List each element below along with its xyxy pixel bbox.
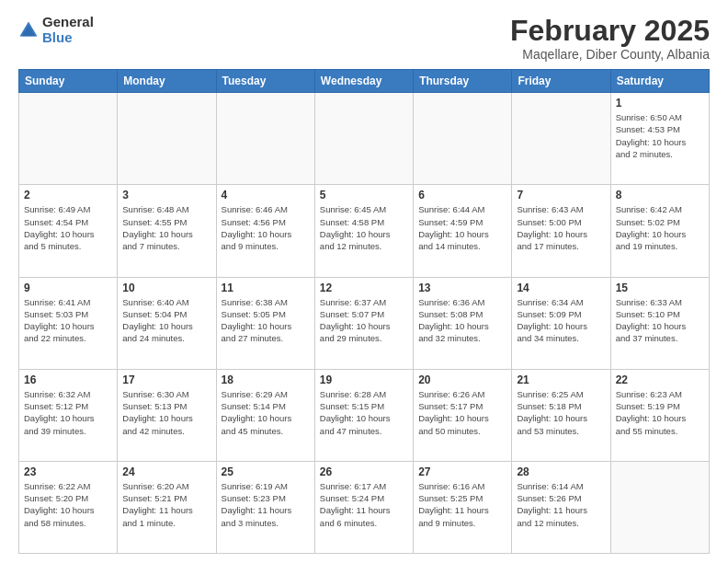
calendar-cell: 17Sunrise: 6:30 AM Sunset: 5:13 PM Dayli… bbox=[118, 369, 216, 461]
location: Maqellare, Diber County, Albania bbox=[510, 47, 710, 62]
day-info: Sunrise: 6:50 AM Sunset: 4:53 PM Dayligh… bbox=[616, 111, 704, 160]
calendar-cell: 23Sunrise: 6:22 AM Sunset: 5:20 PM Dayli… bbox=[19, 461, 118, 553]
calendar-cell: 24Sunrise: 6:20 AM Sunset: 5:21 PM Dayli… bbox=[118, 461, 216, 553]
header-sunday: Sunday bbox=[19, 70, 118, 93]
day-info: Sunrise: 6:22 AM Sunset: 5:20 PM Dayligh… bbox=[24, 480, 112, 529]
calendar-cell: 21Sunrise: 6:25 AM Sunset: 5:18 PM Dayli… bbox=[512, 369, 610, 461]
day-number: 6 bbox=[418, 189, 506, 201]
day-info: Sunrise: 6:38 AM Sunset: 5:05 PM Dayligh… bbox=[222, 296, 310, 345]
day-info: Sunrise: 6:30 AM Sunset: 5:13 PM Dayligh… bbox=[122, 388, 210, 437]
calendar-cell: 15Sunrise: 6:33 AM Sunset: 5:10 PM Dayli… bbox=[610, 277, 709, 369]
day-info: Sunrise: 6:20 AM Sunset: 5:21 PM Dayligh… bbox=[122, 480, 210, 529]
day-number: 22 bbox=[616, 373, 704, 386]
day-info: Sunrise: 6:28 AM Sunset: 5:15 PM Dayligh… bbox=[320, 388, 408, 437]
header-thursday: Thursday bbox=[414, 70, 512, 93]
day-number: 3 bbox=[122, 189, 210, 201]
day-info: Sunrise: 6:40 AM Sunset: 5:04 PM Dayligh… bbox=[122, 296, 210, 345]
calendar-cell: 16Sunrise: 6:32 AM Sunset: 5:12 PM Dayli… bbox=[19, 369, 118, 461]
calendar-cell: 10Sunrise: 6:40 AM Sunset: 5:04 PM Dayli… bbox=[118, 277, 216, 369]
header: General Blue February 2025 Maqellare, Di… bbox=[18, 15, 710, 62]
calendar-cell bbox=[610, 461, 709, 553]
day-info: Sunrise: 6:49 AM Sunset: 4:54 PM Dayligh… bbox=[24, 203, 112, 252]
day-number: 26 bbox=[320, 465, 408, 478]
page: General Blue February 2025 Maqellare, Di… bbox=[0, 0, 728, 563]
day-number: 10 bbox=[122, 282, 210, 294]
header-tuesday: Tuesday bbox=[216, 70, 314, 93]
header-wednesday: Wednesday bbox=[314, 70, 413, 93]
day-info: Sunrise: 6:44 AM Sunset: 4:59 PM Dayligh… bbox=[418, 203, 506, 252]
calendar-cell: 27Sunrise: 6:16 AM Sunset: 5:25 PM Dayli… bbox=[414, 461, 512, 553]
day-number: 11 bbox=[222, 282, 310, 294]
day-number: 9 bbox=[24, 282, 112, 294]
day-info: Sunrise: 6:29 AM Sunset: 5:14 PM Dayligh… bbox=[222, 388, 310, 437]
day-info: Sunrise: 6:23 AM Sunset: 5:19 PM Dayligh… bbox=[616, 388, 704, 437]
calendar-cell: 5Sunrise: 6:45 AM Sunset: 4:58 PM Daylig… bbox=[314, 185, 413, 277]
day-info: Sunrise: 6:25 AM Sunset: 5:18 PM Dayligh… bbox=[517, 388, 605, 437]
calendar-cell: 2Sunrise: 6:49 AM Sunset: 4:54 PM Daylig… bbox=[19, 185, 118, 277]
calendar-header-row: Sunday Monday Tuesday Wednesday Thursday… bbox=[19, 70, 710, 93]
calendar-week-5: 23Sunrise: 6:22 AM Sunset: 5:20 PM Dayli… bbox=[19, 461, 710, 553]
day-info: Sunrise: 6:16 AM Sunset: 5:25 PM Dayligh… bbox=[418, 480, 506, 529]
logo: General Blue bbox=[18, 15, 94, 45]
calendar-week-2: 2Sunrise: 6:49 AM Sunset: 4:54 PM Daylig… bbox=[19, 185, 710, 277]
logo-text: General Blue bbox=[42, 15, 94, 45]
month-title: February 2025 bbox=[510, 15, 710, 47]
calendar-cell: 1Sunrise: 6:50 AM Sunset: 4:53 PM Daylig… bbox=[610, 93, 709, 185]
day-number: 14 bbox=[517, 282, 605, 294]
day-number: 21 bbox=[517, 373, 605, 386]
calendar-cell: 11Sunrise: 6:38 AM Sunset: 5:05 PM Dayli… bbox=[216, 277, 314, 369]
day-number: 13 bbox=[418, 282, 506, 294]
calendar-cell: 3Sunrise: 6:48 AM Sunset: 4:55 PM Daylig… bbox=[118, 185, 216, 277]
day-info: Sunrise: 6:14 AM Sunset: 5:26 PM Dayligh… bbox=[517, 480, 605, 529]
calendar-cell: 12Sunrise: 6:37 AM Sunset: 5:07 PM Dayli… bbox=[314, 277, 413, 369]
day-info: Sunrise: 6:43 AM Sunset: 5:00 PM Dayligh… bbox=[517, 203, 605, 252]
day-number: 23 bbox=[24, 465, 112, 478]
calendar-week-3: 9Sunrise: 6:41 AM Sunset: 5:03 PM Daylig… bbox=[19, 277, 710, 369]
header-monday: Monday bbox=[118, 70, 216, 93]
calendar-cell bbox=[512, 93, 610, 185]
day-info: Sunrise: 6:46 AM Sunset: 4:56 PM Dayligh… bbox=[222, 203, 310, 252]
day-info: Sunrise: 6:26 AM Sunset: 5:17 PM Dayligh… bbox=[418, 388, 506, 437]
day-number: 7 bbox=[517, 189, 605, 201]
calendar-week-1: 1Sunrise: 6:50 AM Sunset: 4:53 PM Daylig… bbox=[19, 93, 710, 185]
calendar-cell: 20Sunrise: 6:26 AM Sunset: 5:17 PM Dayli… bbox=[414, 369, 512, 461]
header-saturday: Saturday bbox=[610, 70, 709, 93]
day-number: 5 bbox=[320, 189, 408, 201]
calendar-table: Sunday Monday Tuesday Wednesday Thursday… bbox=[18, 69, 710, 554]
day-number: 16 bbox=[24, 373, 112, 386]
calendar-cell: 22Sunrise: 6:23 AM Sunset: 5:19 PM Dayli… bbox=[610, 369, 709, 461]
calendar-cell: 4Sunrise: 6:46 AM Sunset: 4:56 PM Daylig… bbox=[216, 185, 314, 277]
calendar-cell: 9Sunrise: 6:41 AM Sunset: 5:03 PM Daylig… bbox=[19, 277, 118, 369]
header-friday: Friday bbox=[512, 70, 610, 93]
day-number: 18 bbox=[222, 373, 310, 386]
day-number: 24 bbox=[122, 465, 210, 478]
day-info: Sunrise: 6:19 AM Sunset: 5:23 PM Dayligh… bbox=[222, 480, 310, 529]
day-info: Sunrise: 6:34 AM Sunset: 5:09 PM Dayligh… bbox=[517, 296, 605, 345]
day-info: Sunrise: 6:36 AM Sunset: 5:08 PM Dayligh… bbox=[418, 296, 506, 345]
day-number: 25 bbox=[222, 465, 310, 478]
day-number: 17 bbox=[122, 373, 210, 386]
day-info: Sunrise: 6:42 AM Sunset: 5:02 PM Dayligh… bbox=[616, 203, 704, 252]
calendar-cell: 28Sunrise: 6:14 AM Sunset: 5:26 PM Dayli… bbox=[512, 461, 610, 553]
title-area: February 2025 Maqellare, Diber County, A… bbox=[510, 15, 710, 62]
day-number: 8 bbox=[616, 189, 704, 201]
calendar-cell bbox=[19, 93, 118, 185]
day-number: 27 bbox=[418, 465, 506, 478]
day-number: 28 bbox=[517, 465, 605, 478]
day-number: 15 bbox=[616, 282, 704, 294]
calendar-cell: 6Sunrise: 6:44 AM Sunset: 4:59 PM Daylig… bbox=[414, 185, 512, 277]
day-info: Sunrise: 6:32 AM Sunset: 5:12 PM Dayligh… bbox=[24, 388, 112, 437]
day-number: 2 bbox=[24, 189, 112, 201]
calendar-cell bbox=[314, 93, 413, 185]
day-info: Sunrise: 6:33 AM Sunset: 5:10 PM Dayligh… bbox=[616, 296, 704, 345]
day-info: Sunrise: 6:37 AM Sunset: 5:07 PM Dayligh… bbox=[320, 296, 408, 345]
calendar-week-4: 16Sunrise: 6:32 AM Sunset: 5:12 PM Dayli… bbox=[19, 369, 710, 461]
calendar-cell: 19Sunrise: 6:28 AM Sunset: 5:15 PM Dayli… bbox=[314, 369, 413, 461]
calendar-cell: 7Sunrise: 6:43 AM Sunset: 5:00 PM Daylig… bbox=[512, 185, 610, 277]
calendar-cell: 13Sunrise: 6:36 AM Sunset: 5:08 PM Dayli… bbox=[414, 277, 512, 369]
calendar-cell: 26Sunrise: 6:17 AM Sunset: 5:24 PM Dayli… bbox=[314, 461, 413, 553]
day-number: 12 bbox=[320, 282, 408, 294]
logo-blue-text: Blue bbox=[42, 30, 94, 46]
day-number: 20 bbox=[418, 373, 506, 386]
logo-icon bbox=[18, 20, 39, 40]
